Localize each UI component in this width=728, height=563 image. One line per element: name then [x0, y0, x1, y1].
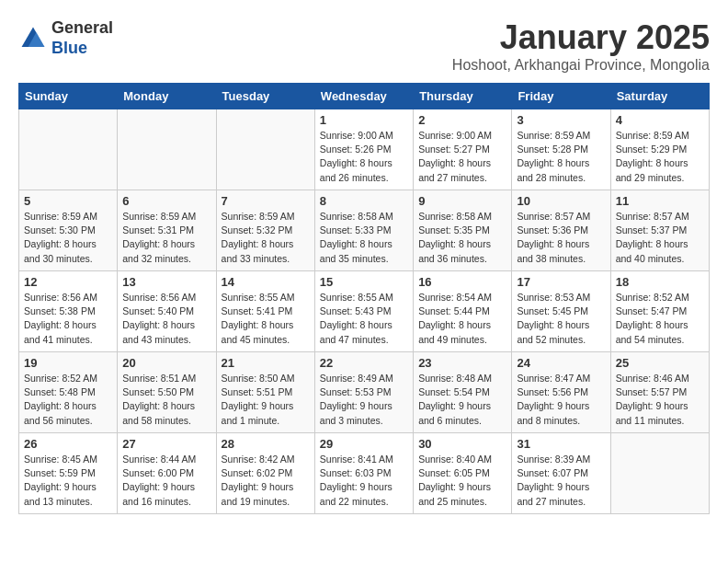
day-info: Sunrise: 9:00 AM Sunset: 5:27 PM Dayligh…	[418, 129, 506, 185]
day-info: Sunrise: 8:59 AM Sunset: 5:29 PM Dayligh…	[616, 129, 704, 185]
day-number: 10	[517, 194, 605, 208]
weekday-header-saturday: Saturday	[610, 84, 709, 109]
calendar-cell: 2Sunrise: 9:00 AM Sunset: 5:27 PM Daylig…	[414, 109, 512, 190]
day-info: Sunrise: 8:52 AM Sunset: 5:48 PM Dayligh…	[24, 372, 112, 428]
day-info: Sunrise: 8:56 AM Sunset: 5:40 PM Dayligh…	[122, 291, 210, 347]
day-number: 1	[320, 113, 408, 127]
calendar-cell: 27Sunrise: 8:44 AM Sunset: 6:00 PM Dayli…	[118, 433, 216, 514]
logo-general: General	[51, 18, 113, 39]
logo-icon	[18, 24, 48, 53]
calendar-cell: 22Sunrise: 8:49 AM Sunset: 5:53 PM Dayli…	[314, 352, 413, 433]
location-title: Hoshoot, Arkhangai Province, Mongolia	[452, 57, 710, 74]
day-number: 16	[418, 275, 506, 289]
calendar-cell: 29Sunrise: 8:41 AM Sunset: 6:03 PM Dayli…	[314, 433, 413, 514]
calendar-cell	[216, 109, 314, 190]
day-number: 22	[320, 356, 408, 370]
header: General Blue January 2025 Hoshoot, Arkha…	[18, 18, 710, 74]
calendar-cell: 24Sunrise: 8:47 AM Sunset: 5:56 PM Dayli…	[512, 352, 610, 433]
calendar-cell: 1Sunrise: 9:00 AM Sunset: 5:26 PM Daylig…	[314, 109, 413, 190]
logo-blue: Blue	[51, 39, 113, 59]
calendar-cell: 5Sunrise: 8:59 AM Sunset: 5:30 PM Daylig…	[19, 190, 118, 271]
day-info: Sunrise: 8:42 AM Sunset: 6:02 PM Dayligh…	[222, 453, 310, 509]
day-info: Sunrise: 8:55 AM Sunset: 5:41 PM Dayligh…	[222, 291, 310, 347]
day-number: 26	[24, 437, 112, 451]
day-number: 15	[320, 275, 408, 289]
calendar-cell: 16Sunrise: 8:54 AM Sunset: 5:44 PM Dayli…	[414, 271, 512, 352]
calendar-cell: 9Sunrise: 8:58 AM Sunset: 5:35 PM Daylig…	[414, 190, 512, 271]
calendar-cell: 15Sunrise: 8:55 AM Sunset: 5:43 PM Dayli…	[314, 271, 413, 352]
day-info: Sunrise: 8:59 AM Sunset: 5:28 PM Dayligh…	[517, 129, 605, 185]
weekday-header-sunday: Sunday	[19, 84, 118, 109]
day-number: 12	[24, 275, 112, 289]
day-info: Sunrise: 8:52 AM Sunset: 5:47 PM Dayligh…	[616, 291, 704, 347]
day-info: Sunrise: 8:58 AM Sunset: 5:33 PM Dayligh…	[320, 210, 408, 266]
day-info: Sunrise: 8:57 AM Sunset: 5:37 PM Dayligh…	[616, 210, 704, 266]
day-info: Sunrise: 8:45 AM Sunset: 5:59 PM Dayligh…	[24, 453, 112, 509]
day-info: Sunrise: 8:41 AM Sunset: 6:03 PM Dayligh…	[320, 453, 408, 509]
day-number: 14	[222, 275, 310, 289]
day-info: Sunrise: 8:53 AM Sunset: 5:45 PM Dayligh…	[517, 291, 605, 347]
logo: General Blue	[18, 18, 113, 58]
calendar-week-row: 12Sunrise: 8:56 AM Sunset: 5:38 PM Dayli…	[19, 271, 710, 352]
day-number: 6	[122, 194, 210, 208]
calendar-cell: 10Sunrise: 8:57 AM Sunset: 5:36 PM Dayli…	[512, 190, 610, 271]
day-info: Sunrise: 8:39 AM Sunset: 6:07 PM Dayligh…	[517, 453, 605, 509]
weekday-header-tuesday: Tuesday	[216, 84, 314, 109]
day-number: 20	[122, 356, 210, 370]
calendar-cell: 8Sunrise: 8:58 AM Sunset: 5:33 PM Daylig…	[314, 190, 413, 271]
calendar-cell	[118, 109, 216, 190]
day-number: 28	[222, 437, 310, 451]
day-number: 30	[418, 437, 506, 451]
day-number: 4	[616, 113, 704, 127]
calendar-cell: 30Sunrise: 8:40 AM Sunset: 6:05 PM Dayli…	[414, 433, 512, 514]
calendar-cell: 19Sunrise: 8:52 AM Sunset: 5:48 PM Dayli…	[19, 352, 118, 433]
day-info: Sunrise: 9:00 AM Sunset: 5:26 PM Dayligh…	[320, 129, 408, 185]
day-info: Sunrise: 8:49 AM Sunset: 5:53 PM Dayligh…	[320, 372, 408, 428]
title-area: January 2025 Hoshoot, Arkhangai Province…	[452, 18, 710, 74]
calendar-cell: 4Sunrise: 8:59 AM Sunset: 5:29 PM Daylig…	[610, 109, 709, 190]
day-info: Sunrise: 8:40 AM Sunset: 6:05 PM Dayligh…	[418, 453, 506, 509]
day-number: 19	[24, 356, 112, 370]
day-number: 3	[517, 113, 605, 127]
weekday-header-thursday: Thursday	[414, 84, 512, 109]
day-number: 17	[517, 275, 605, 289]
weekday-header-friday: Friday	[512, 84, 610, 109]
weekday-header-wednesday: Wednesday	[314, 84, 413, 109]
calendar-header-row: SundayMondayTuesdayWednesdayThursdayFrid…	[19, 84, 710, 109]
day-number: 8	[320, 194, 408, 208]
calendar-cell: 3Sunrise: 8:59 AM Sunset: 5:28 PM Daylig…	[512, 109, 610, 190]
calendar-cell: 17Sunrise: 8:53 AM Sunset: 5:45 PM Dayli…	[512, 271, 610, 352]
day-info: Sunrise: 8:55 AM Sunset: 5:43 PM Dayligh…	[320, 291, 408, 347]
calendar-week-row: 5Sunrise: 8:59 AM Sunset: 5:30 PM Daylig…	[19, 190, 710, 271]
day-info: Sunrise: 8:50 AM Sunset: 5:51 PM Dayligh…	[222, 372, 310, 428]
calendar-cell	[610, 433, 709, 514]
calendar-cell: 28Sunrise: 8:42 AM Sunset: 6:02 PM Dayli…	[216, 433, 314, 514]
day-info: Sunrise: 8:59 AM Sunset: 5:32 PM Dayligh…	[222, 210, 310, 266]
calendar-body: 1Sunrise: 9:00 AM Sunset: 5:26 PM Daylig…	[19, 109, 710, 514]
calendar-week-row: 26Sunrise: 8:45 AM Sunset: 5:59 PM Dayli…	[19, 433, 710, 514]
calendar-cell: 18Sunrise: 8:52 AM Sunset: 5:47 PM Dayli…	[610, 271, 709, 352]
day-number: 7	[222, 194, 310, 208]
day-info: Sunrise: 8:58 AM Sunset: 5:35 PM Dayligh…	[418, 210, 506, 266]
day-number: 24	[517, 356, 605, 370]
calendar-cell: 7Sunrise: 8:59 AM Sunset: 5:32 PM Daylig…	[216, 190, 314, 271]
calendar-cell: 12Sunrise: 8:56 AM Sunset: 5:38 PM Dayli…	[19, 271, 118, 352]
month-title: January 2025	[452, 18, 710, 57]
day-info: Sunrise: 8:59 AM Sunset: 5:31 PM Dayligh…	[122, 210, 210, 266]
logo-text: General Blue	[51, 18, 113, 58]
day-info: Sunrise: 8:56 AM Sunset: 5:38 PM Dayligh…	[24, 291, 112, 347]
day-info: Sunrise: 8:57 AM Sunset: 5:36 PM Dayligh…	[517, 210, 605, 266]
day-number: 31	[517, 437, 605, 451]
calendar-cell: 20Sunrise: 8:51 AM Sunset: 5:50 PM Dayli…	[118, 352, 216, 433]
calendar-cell: 14Sunrise: 8:55 AM Sunset: 5:41 PM Dayli…	[216, 271, 314, 352]
calendar-cell: 13Sunrise: 8:56 AM Sunset: 5:40 PM Dayli…	[118, 271, 216, 352]
day-number: 9	[418, 194, 506, 208]
day-number: 18	[616, 275, 704, 289]
calendar-week-row: 19Sunrise: 8:52 AM Sunset: 5:48 PM Dayli…	[19, 352, 710, 433]
day-number: 2	[418, 113, 506, 127]
calendar-cell: 21Sunrise: 8:50 AM Sunset: 5:51 PM Dayli…	[216, 352, 314, 433]
day-number: 27	[122, 437, 210, 451]
day-info: Sunrise: 8:48 AM Sunset: 5:54 PM Dayligh…	[418, 372, 506, 428]
day-info: Sunrise: 8:54 AM Sunset: 5:44 PM Dayligh…	[418, 291, 506, 347]
calendar-cell	[19, 109, 118, 190]
